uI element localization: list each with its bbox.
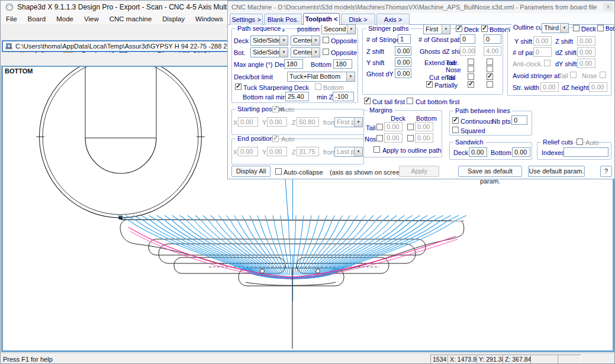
cnc-file-icon — [5, 43, 12, 50]
outline-paths-field: 0 — [533, 47, 552, 57]
display-all-button[interactable]: Display All — [231, 166, 271, 177]
tab-settings[interactable]: Settings > — [230, 14, 263, 25]
squared-checkbox[interactable] — [452, 127, 459, 133]
cnc-machine-dialog: CNC Machine - D:\Documents\S3d models\Ma… — [227, 1, 615, 179]
cut-bottom-first-checkbox[interactable] — [407, 98, 413, 104]
cut-nose-bottom-checkbox[interactable] — [487, 81, 493, 88]
dialog-help-button[interactable]: ? — [600, 166, 612, 177]
partially-checkbox[interactable] — [426, 81, 433, 88]
dialog-title-bar[interactable]: CNC Machine - D:\Documents\S3d models\Ma… — [228, 1, 615, 13]
tab-toolpath[interactable]: Toolpath < — [303, 13, 340, 25]
end-position-title: End position — [236, 135, 275, 142]
cut-bottom-first-label: Cut bottom first — [416, 98, 460, 105]
end-x-field: 0.00 — [238, 147, 258, 156]
end-y-label: Y — [262, 149, 266, 156]
margin-nose-bottom-checkbox[interactable] — [407, 135, 414, 141]
min-z-field[interactable]: -100 — [333, 92, 354, 101]
sandwich-bottom-field[interactable]: 0.00 — [512, 147, 530, 157]
menu-file[interactable]: File — [1, 15, 22, 22]
relief-cuts-title: Relief cuts — [541, 138, 575, 146]
sandwich-bottom-label: Bottom — [491, 149, 511, 156]
close-icon[interactable]: x — [603, 3, 613, 11]
start-from-select: First point — [334, 117, 363, 127]
margin-tail-bottom-checkbox[interactable] — [407, 124, 414, 130]
status-x: X: 1473.92 — [447, 355, 476, 364]
num-stringers-field[interactable]: 1 — [398, 34, 411, 44]
deck-opposite-checkbox[interactable] — [323, 37, 329, 43]
y-shift-field[interactable]: 0.00 — [395, 57, 411, 67]
deck-bot-limit-select[interactable]: Tuck+Flat Bottom — [287, 72, 355, 82]
bot-opposite-checkbox[interactable] — [323, 49, 329, 55]
axis-note: (axis as shown on screen) — [330, 169, 405, 176]
dz-height-field: 0.00 — [589, 82, 607, 92]
cut-tail-first-checkbox[interactable] — [364, 98, 371, 104]
margin-tail-deck-field: 0.00 — [384, 122, 403, 131]
cut-ends-tail-label: Tail — [446, 74, 456, 81]
cut-tail-bottom-checkbox[interactable] — [487, 73, 493, 80]
tab-disk[interactable]: Disk > — [341, 14, 375, 25]
extend-tail-bottom-checkbox[interactable] — [487, 59, 493, 65]
deck-mode-select[interactable]: Side/Side — [250, 36, 288, 46]
bot-opposite-label: Opposite — [331, 49, 357, 56]
margin-nose-deck-checkbox[interactable] — [376, 135, 383, 141]
end-from-select: Last point — [334, 147, 363, 157]
ghost-bottom-field[interactable]: 0 — [484, 34, 501, 44]
min-z-label: min Z — [317, 94, 333, 101]
menu-windows[interactable]: Windows — [190, 15, 228, 22]
cut-tail-deck-checkbox[interactable] — [468, 73, 474, 80]
tab-blank-pos[interactable]: Blank Pos. > — [264, 14, 302, 25]
nb-pts-field[interactable]: 0 — [511, 115, 527, 125]
use-default-button[interactable]: Use default param. — [528, 166, 585, 177]
menu-display[interactable]: Display — [157, 15, 190, 22]
dy-shift-label: dY shift — [555, 60, 577, 67]
stringer-order-select[interactable]: First — [423, 24, 450, 34]
max-angle-deck-field[interactable]: 180 — [284, 59, 303, 69]
indexes-field[interactable] — [564, 147, 608, 157]
relief-auto-checkbox[interactable] — [577, 138, 583, 145]
bot-mode-select[interactable]: Side/Side — [250, 47, 288, 57]
tab-axis[interactable]: Axis > — [376, 14, 410, 25]
ghost-dy-field[interactable]: 0.00 — [395, 69, 411, 78]
margin-tail-deck-checkbox[interactable] — [376, 124, 383, 130]
menu-cnc-machine[interactable]: CNC machine — [104, 15, 157, 22]
outline-order-select[interactable]: Third — [542, 23, 569, 33]
avoid-stringer-label: Avoid stringer at — [513, 72, 559, 79]
outline-bottom-checkbox[interactable] — [597, 25, 604, 31]
deck-dir-select[interactable]: Center-to- — [291, 36, 320, 46]
max-angle-bottom-field[interactable]: 180 — [333, 59, 352, 69]
cut-nose-deck-checkbox[interactable] — [468, 81, 474, 88]
extend-tail-deck-checkbox[interactable] — [468, 59, 474, 65]
bot-dir-select[interactable]: Center-to- — [291, 47, 320, 57]
max-angle-bottom-label: Bottom — [311, 61, 331, 68]
extend-nose-deck-checkbox[interactable] — [468, 66, 474, 72]
sandwich-deck-field[interactable]: 0.00 — [469, 147, 487, 157]
stringer-bottom-checkbox[interactable] — [481, 25, 488, 32]
end-auto-label: Auto — [281, 136, 295, 143]
outline-deck-checkbox[interactable] — [573, 25, 579, 31]
continuous-checkbox[interactable] — [452, 117, 459, 124]
outline-y-shift-field: 0.00 — [533, 36, 552, 46]
stringer-paths-title: Stringer paths — [366, 25, 410, 32]
tuck-sharpening-label: Tuck Sharpening Deck — [243, 84, 309, 91]
outline-cut-title: Outline cut — [511, 24, 546, 31]
ghost-paths-label: # of Ghost paths — [418, 36, 466, 43]
start-x-label: X — [233, 119, 237, 126]
outline-bottom-label: Bottom — [606, 25, 615, 32]
nb-pts-label: Nb pts. — [492, 118, 513, 125]
menu-mode[interactable]: Mode — [51, 15, 79, 22]
deck-opposite-label: Opposite — [331, 37, 357, 44]
apply-outline-checkbox[interactable] — [373, 146, 380, 153]
dz-height-label: dZ height — [562, 84, 589, 91]
bottom-rail-field[interactable]: 25.40 — [285, 92, 309, 101]
z-shift-field[interactable]: 0.00 — [395, 46, 411, 56]
position-select[interactable]: Second — [321, 24, 356, 34]
avoid-tail-checkbox — [570, 72, 577, 78]
stringer-deck-checkbox[interactable] — [456, 25, 462, 32]
ghost-deck-field[interactable]: 0 — [460, 34, 475, 44]
save-default-button[interactable]: Save as default param. — [458, 166, 522, 177]
auto-collapse-checkbox[interactable] — [275, 168, 282, 175]
menu-board[interactable]: Board — [22, 15, 51, 22]
menu-view[interactable]: View — [79, 15, 104, 22]
tuck-sharpening-checkbox[interactable] — [235, 83, 242, 90]
extend-nose-bottom-checkbox[interactable] — [487, 66, 493, 72]
